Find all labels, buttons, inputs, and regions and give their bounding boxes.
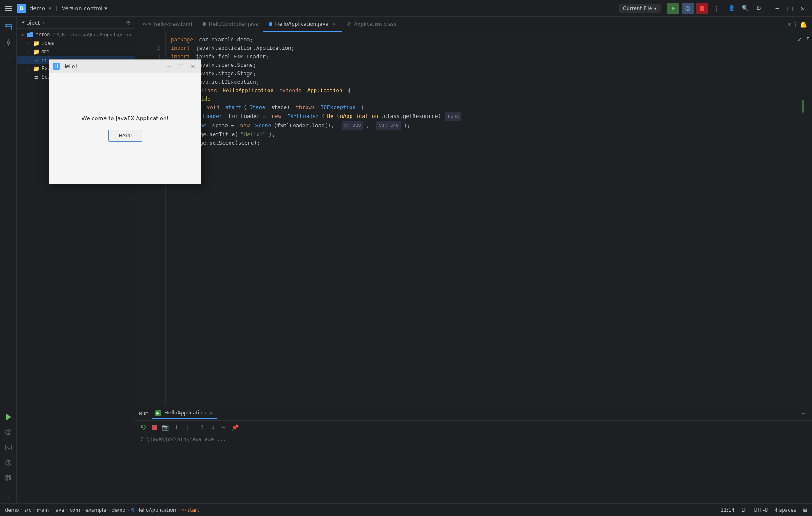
sidebar-item-more[interactable]: ··· <box>2 51 15 64</box>
hello-button[interactable]: Hello! <box>108 130 143 142</box>
sidebar-item-time[interactable] <box>2 456 15 469</box>
run-dump-button[interactable]: ⬇ <box>172 423 181 432</box>
left-sidebar: ··· › <box>0 17 17 503</box>
menu-icon[interactable] <box>3 3 14 14</box>
run-button[interactable] <box>667 3 679 14</box>
tree-item-demo-root[interactable]: ▾ demo C:\Users\azava\IdeaProjects\demo <box>17 30 135 39</box>
run-panel-tab[interactable]: ▶ HelloApplication × <box>152 408 217 419</box>
window-close-button[interactable]: × <box>797 3 809 14</box>
hint-v: v: 320 <box>342 121 364 130</box>
breadcrumb-demo[interactable]: demo <box>5 507 19 513</box>
sidebar-item-terminal[interactable] <box>2 441 15 454</box>
ide-settings-icon[interactable]: ⚙ <box>753 3 765 14</box>
statusbar: demo › src › main › java › com › example… <box>0 503 812 516</box>
hello-titlebar: H Hello! − □ × <box>49 60 201 73</box>
window-minimize-button[interactable]: − <box>771 3 783 14</box>
code-line-5: import javafx.scene.Scene; <box>171 61 793 69</box>
run-panel-minimize-button[interactable]: − <box>798 409 809 419</box>
code-line-3: import javafx.application.Application; <box>171 44 793 52</box>
line-num-1: 1 <box>147 36 160 44</box>
sidebar-item-commit[interactable] <box>2 36 15 49</box>
run-scroll-up-button[interactable]: ↑ <box>198 423 207 432</box>
account-icon[interactable]: 👤 <box>726 3 738 14</box>
debug-button[interactable] <box>682 3 694 14</box>
tree-item-idea[interactable]: › 📁 .idea <box>17 39 135 47</box>
breadcrumb-com[interactable]: com <box>70 507 80 513</box>
run-content: C:\java\jdk\bin\java.exe ... <box>135 434 812 503</box>
encoding[interactable]: UTF-8 <box>754 507 768 513</box>
code-line-10: ● public class HelloApplication extends … <box>171 86 793 95</box>
code-content[interactable]: package com.example.demo; import javafx.… <box>166 32 798 406</box>
svg-point-11 <box>7 41 10 44</box>
hint-name: name <box>445 112 462 121</box>
sidebar-item-git[interactable] <box>2 471 15 485</box>
code-line-16: stage.setScene(scene); <box>171 139 793 147</box>
gutter-row-1 <box>135 36 147 44</box>
svg-marker-14 <box>6 414 11 420</box>
window-controls: − □ × <box>771 3 809 14</box>
breadcrumb: demo › src › main › java › com › example… <box>5 507 199 513</box>
run-stop-button[interactable] <box>150 423 159 432</box>
breadcrumb-demo2[interactable]: demo <box>112 507 126 513</box>
indent-size[interactable]: 4 spaces <box>775 507 796 513</box>
tab-hello-application[interactable]: ● HelloApplication.java × <box>263 17 342 32</box>
tab-hello-application-close[interactable]: × <box>331 21 337 27</box>
version-control-label[interactable]: Version control ▾ <box>62 5 107 11</box>
hello-close-button[interactable]: × <box>188 62 198 71</box>
run-restart-button[interactable] <box>139 423 148 432</box>
breadcrumb-java[interactable]: java <box>54 507 64 513</box>
expand-panel-icon[interactable]: › <box>2 490 15 503</box>
project-name[interactable]: demo <box>30 5 45 11</box>
tab-hello-controller[interactable]: ● HelloController.java <box>197 17 263 32</box>
hello-minimize-button[interactable]: − <box>165 62 174 71</box>
hello-content: Welcome to JavaFX Application! Hello! <box>49 73 201 184</box>
tab-hello-view-fxml[interactable]: </> hello-view.fxml <box>137 17 197 32</box>
tab-list-icon[interactable]: ▾ <box>788 21 791 27</box>
run-panel-header: Run ▶ HelloApplication × ⋮ − <box>135 406 812 421</box>
svg-point-22 <box>9 475 11 477</box>
svg-point-17 <box>8 433 9 434</box>
tree-item-src[interactable]: › 📁 src <box>17 47 135 56</box>
run-tab-app-icon: ▶ <box>155 410 161 416</box>
indent-icon[interactable]: ⊞ <box>803 507 807 513</box>
run-screenshot-button[interactable]: 📷 <box>161 423 170 432</box>
run-more-options-button[interactable]: ⋮ <box>183 423 192 432</box>
hello-maximize-button[interactable]: □ <box>176 62 186 71</box>
sidebar-item-project[interactable] <box>2 20 15 34</box>
code-line-14: Scene scene = new Scene (fxmlLoader.load… <box>171 121 793 130</box>
run-pin-button[interactable]: 📌 <box>230 423 240 432</box>
more-options-button[interactable]: ⋮ <box>710 3 722 14</box>
sidebar-item-run[interactable] <box>2 410 15 424</box>
tab-application-class[interactable]: ◎ Application.class <box>342 17 401 32</box>
ex-folder-icon: 📁 <box>33 65 40 72</box>
window-maximize-button[interactable]: □ <box>784 3 796 14</box>
cursor-position[interactable]: 11:14 <box>721 507 735 513</box>
project-dropdown-icon[interactable]: ▾ <box>42 20 45 25</box>
run-panel-title: Run <box>139 411 148 417</box>
breadcrumb-example[interactable]: example <box>85 507 107 513</box>
project-chevron: ▾ <box>49 5 52 11</box>
demo-root-label: demo <box>36 32 50 38</box>
line-num-2: 2 <box>147 44 160 52</box>
project-settings-icon[interactable]: ⚙ <box>126 19 131 26</box>
breadcrumb-start[interactable]: start <box>188 507 199 513</box>
breadcrumb-main[interactable]: main <box>37 507 49 513</box>
fxml-tab-icon: </> <box>142 21 151 27</box>
stop-button[interactable] <box>696 3 708 14</box>
notification-bell-icon[interactable]: 🔔 <box>800 21 807 28</box>
current-file-selector[interactable]: Current File ▾ <box>619 4 661 13</box>
breadcrumb-hello-application[interactable]: HelloApplication <box>137 507 176 513</box>
code-line-13: FXMLLoader fxmlLoader = new FXMLLoader (… <box>171 112 793 121</box>
tab-gear-icon[interactable]: ⋮ <box>793 21 798 27</box>
run-panel-more-button[interactable]: ⋮ <box>785 409 795 419</box>
code-line-12: public void start(Stage stage) throws IO… <box>171 103 793 112</box>
breadcrumb-src[interactable]: src <box>24 507 31 513</box>
run-scroll-down-button[interactable]: ↓ <box>208 423 218 432</box>
run-tab-close-button[interactable]: × <box>209 410 213 416</box>
run-wrap-button[interactable]: ↵ <box>219 423 229 432</box>
class-tab-icon: ◎ <box>347 21 351 27</box>
svg-rect-2 <box>5 10 12 11</box>
search-everywhere-icon[interactable]: 🔍 <box>739 3 751 14</box>
sidebar-item-debug[interactable] <box>2 425 15 439</box>
line-ending[interactable]: LF <box>741 507 747 513</box>
